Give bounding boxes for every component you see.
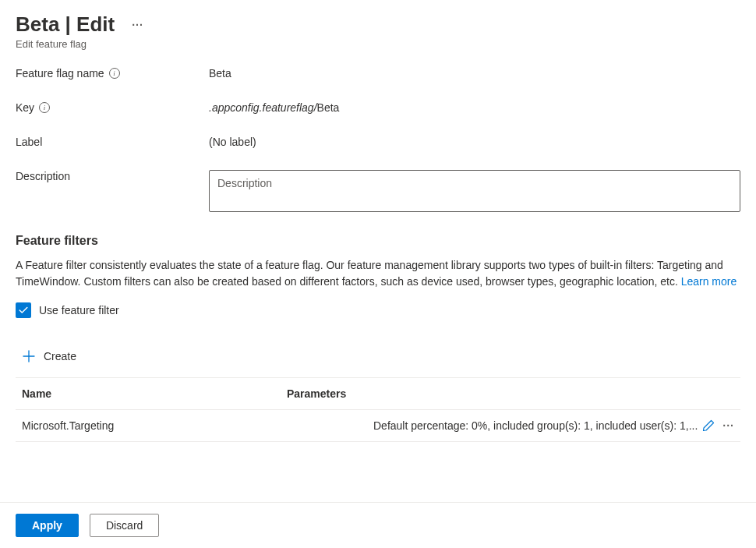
description-label: Description (16, 170, 209, 182)
feature-filters-heading: Feature filters (16, 234, 740, 248)
label-value: (No label) (209, 136, 256, 148)
learn-more-link[interactable]: Learn more (681, 275, 737, 288)
use-feature-filter-label: Use feature filter (39, 304, 119, 316)
key-name: Beta (317, 101, 340, 114)
key-label: Key i (16, 101, 209, 114)
key-prefix: .appconfig.featureflag/ (209, 101, 317, 114)
filters-table-header: Name Parameters (16, 378, 740, 410)
create-filter-label: Create (44, 350, 76, 362)
description-label-text: Description (16, 170, 70, 182)
label-label: Label (16, 136, 209, 148)
use-feature-filter-checkbox[interactable] (16, 302, 31, 318)
page-subtitle: Edit feature flag (16, 38, 740, 50)
filter-row-params: Default percentage: 0%, included group(s… (373, 419, 698, 432)
apply-button[interactable]: Apply (16, 514, 79, 537)
footer: Apply Discard (0, 502, 756, 548)
feature-flag-name-label-text: Feature flag name (16, 67, 104, 80)
key-value: .appconfig.featureflag/Beta (209, 101, 339, 114)
filter-row-name: Microsoft.Targeting (22, 419, 287, 432)
more-icon[interactable]: ··· (129, 16, 147, 34)
table-header-name: Name (22, 387, 287, 400)
feature-flag-name-label: Feature flag name i (16, 67, 209, 80)
feature-filters-description-text: A Feature filter consistently evaluates … (16, 259, 723, 288)
feature-filters-description: A Feature filter consistently evaluates … (16, 257, 740, 290)
feature-flag-name-value: Beta (209, 67, 231, 80)
info-icon[interactable]: i (109, 68, 120, 79)
key-label-text: Key (16, 101, 34, 114)
edit-icon[interactable] (702, 419, 715, 432)
label-label-text: Label (16, 136, 42, 148)
table-row[interactable]: Microsoft.Targeting Default percentage: … (16, 410, 740, 442)
checkmark-icon (18, 305, 29, 316)
description-input[interactable] (209, 170, 740, 212)
row-more-icon[interactable]: ··· (722, 419, 734, 432)
table-header-parameters: Parameters (287, 387, 346, 400)
info-icon[interactable]: i (39, 102, 50, 113)
create-filter-button[interactable]: Create (16, 341, 740, 378)
page-title: Beta | Edit (16, 12, 115, 37)
plus-icon (22, 349, 36, 363)
discard-button[interactable]: Discard (90, 514, 159, 537)
